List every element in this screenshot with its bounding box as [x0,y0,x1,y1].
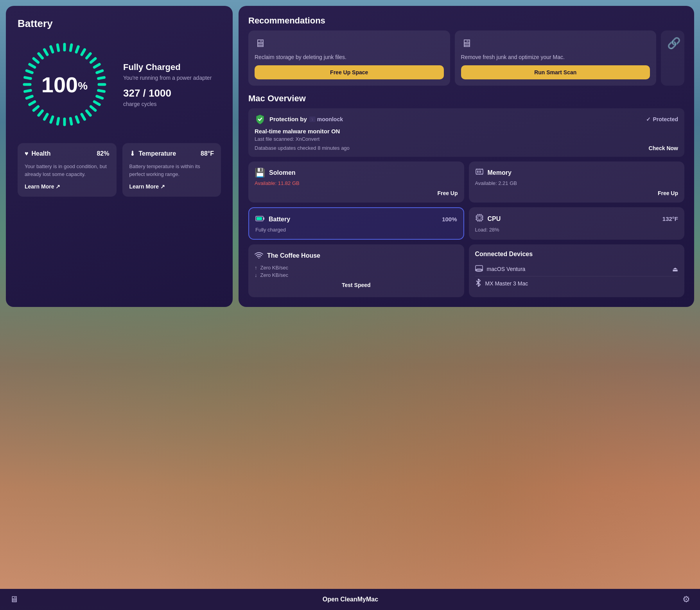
battery-overview-title: Battery [269,216,290,223]
settings-icon[interactable]: ⚙ [682,594,690,605]
bluetooth-symbol [475,279,481,287]
battery-cycles-value: 327 / 1000 [123,87,221,99]
cpu-value: 132°F [662,215,678,222]
storage-card[interactable]: 💾 Solomen Available: 11.82 GB Free Up [248,161,464,203]
moonlock-icon [309,117,316,122]
battery-status: Fully Charged You're running from a powe… [123,62,221,107]
svg-line-35 [57,45,59,51]
health-card: ♥ Health 82% Your battery is in good con… [18,143,117,197]
svg-line-4 [87,54,91,58]
battery-overview-sub: Fully charged [255,227,457,233]
svg-line-6 [94,65,99,68]
recommendations-section: Recommendations 🖥 Reclaim storage by del… [248,16,684,86]
temperature-learn-more[interactable]: Learn More ↗ [129,183,214,190]
memory-icon [475,168,484,178]
thermometer-icon: 🌡 [129,150,136,157]
cpu-title-row: CPU [475,214,501,224]
rec-storage-icon: 🖥 [255,37,444,50]
protection-db-text: Database updates checked 8 minutes ago [255,145,350,151]
health-learn-more[interactable]: Learn More ↗ [25,183,109,190]
svg-line-19 [57,118,59,124]
download-arrow-icon: ↓ [255,272,257,278]
svg-rect-52 [263,217,264,220]
open-cleanmymac-label[interactable]: Open CleanMyMac [323,596,378,603]
memory-chip-icon [475,168,484,176]
cpu-card[interactable]: CPU 132°F Load: 28% [469,207,685,240]
svg-rect-55 [478,216,481,219]
mac-overview-title: Mac Overview [248,93,684,104]
svg-line-1 [70,45,72,51]
svg-line-23 [34,107,38,111]
storage-available: Available: 11.82 GB [255,180,458,186]
svg-line-11 [97,96,102,98]
battery-icon [255,215,265,222]
svg-line-14 [87,111,91,115]
checkmark-icon: ✓ [646,116,651,122]
battery-cycles-label: charge cycles [123,101,221,107]
run-smart-scan-button[interactable]: Run Smart Scan [461,65,650,79]
health-label: ♥ Health [25,150,50,157]
memory-card[interactable]: Memory Available: 2.21 GB Free Up [469,161,685,203]
rec-card-1: 🖥 Remove fresh junk and optimize your Ma… [455,30,657,86]
svg-line-30 [30,65,35,68]
mx-master-name: MX Master 3 Mac [485,280,528,287]
battery-overview-value: 100% [442,216,457,222]
eject-icon[interactable]: ⏏ [672,266,678,273]
protection-db-row: Database updates checked 8 minutes ago C… [255,145,678,151]
wifi-card: The Coffee House ↑ Zero KB/sec ↓ Zero KB… [248,244,464,297]
protection-row: Protection by moonlock ✓ Protected [248,108,684,157]
gauge-center: 100% [41,72,88,97]
cpu-sub: Load: 28% [475,227,678,233]
temperature-description: Battery temperature is within its perfec… [129,163,214,178]
rec-scan-text: Remove fresh junk and optimize your Mac. [461,54,650,61]
macos-ventura-name: macOS Ventura [487,266,526,272]
svg-line-33 [45,50,48,55]
cpu-card-header: CPU 132°F [475,214,678,224]
mac-overview-section: Mac Overview Protection by [248,93,684,297]
moonlock-logo: moonlock [309,116,343,122]
protection-header: Protection by moonlock ✓ Protected [255,114,678,125]
battery-overview-card[interactable]: Battery 100% Fully charged [248,207,464,240]
wifi-download: ↓ Zero KB/sec [255,272,458,278]
recommendations-row: 🖥 Reclaim storage by deleting junk files… [248,30,684,86]
shield-icon [255,114,266,125]
connected-devices-card: Connected Devices macOS Ventura ⏏ [469,244,685,297]
panels-container: Battery [6,6,694,307]
svg-rect-38 [477,170,478,173]
svg-rect-40 [480,170,481,173]
protected-badge: ✓ Protected [646,116,678,122]
rec-scan-icon: 🖥 [461,37,650,50]
rec-extra-text [667,54,678,79]
battery-overview-title-row: Battery [255,214,290,224]
svg-line-2 [76,47,78,52]
svg-rect-39 [479,170,479,173]
wifi-speed-row: ↑ Zero KB/sec ↓ Zero KB/sec [255,265,458,278]
svg-line-20 [51,117,53,122]
temperature-value: 88°F [201,150,214,157]
storage-title: Solomen [269,169,296,176]
rec-card-2: 🔗 [661,30,684,86]
svg-line-15 [82,114,85,119]
storage-free-up[interactable]: Free Up [255,190,458,196]
health-card-header: ♥ Health 82% [25,150,109,157]
svg-line-22 [39,111,43,115]
battery-overview-header: Battery 100% [255,214,457,224]
right-panel: Recommendations 🖥 Reclaim storage by del… [239,6,694,307]
temperature-label: 🌡 Temperature [129,150,176,157]
device-item-0: macOS Ventura ⏏ [475,262,678,276]
svg-line-21 [45,114,48,119]
svg-line-26 [25,90,31,92]
free-up-space-button[interactable]: Free Up Space [255,65,444,79]
check-now-button[interactable]: Check Now [649,145,678,151]
recommendations-title: Recommendations [248,16,684,26]
svg-line-8 [99,77,104,79]
svg-line-29 [27,71,32,73]
test-speed-button[interactable]: Test Speed [255,282,458,288]
bottom-bar: 🖥 Open CleanMyMac ⚙ [0,589,700,610]
health-value: 82% [97,150,109,157]
memory-free-up[interactable]: Free Up [475,190,678,196]
connected-devices-title: Connected Devices [475,251,678,258]
storage-card-header: 💾 Solomen [255,168,458,178]
svg-line-34 [51,47,53,52]
gauge-section: 100% Fully Charged You're running from a… [18,38,221,131]
